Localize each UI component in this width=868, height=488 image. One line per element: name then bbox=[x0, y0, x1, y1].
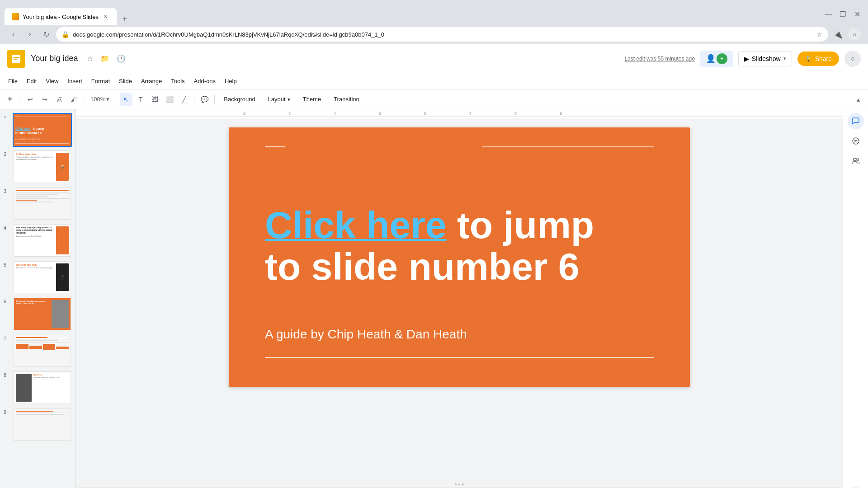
svg-point-14 bbox=[853, 138, 859, 144]
slide-number-2: 2 bbox=[4, 151, 10, 157]
slide-item-3[interactable]: 3 bbox=[4, 187, 72, 221]
collapse-toolbar-button[interactable]: ▴ bbox=[852, 93, 864, 106]
back-button[interactable]: ‹ bbox=[7, 28, 20, 41]
slides-panel: 1 Click here to jump to slide number 6 A… bbox=[0, 109, 76, 488]
slide-main-text: Click here to jump to slide number 6 bbox=[265, 204, 654, 288]
new-tab-button[interactable]: + bbox=[118, 13, 131, 25]
close-button[interactable]: ✕ bbox=[851, 8, 863, 20]
slide-thumbnail-5[interactable]: Just one! Your own. Write a daily note f… bbox=[13, 260, 72, 294]
url-text: docs.google.com/presentation/d/1ROchrv0U… bbox=[73, 31, 813, 38]
line-tool[interactable]: ╱ bbox=[178, 93, 190, 106]
image-tool[interactable]: 🖼 bbox=[149, 93, 161, 106]
toolbar-divider-3 bbox=[116, 95, 116, 104]
collab-panel-button[interactable] bbox=[848, 153, 864, 169]
slide-item-8[interactable]: 8 Chip Heath Professor at Stanford and b… bbox=[4, 371, 72, 404]
slide-number-3: 3 bbox=[4, 188, 10, 194]
slide-canvas[interactable]: Click here to jump to slide number 6 A g… bbox=[229, 127, 690, 387]
slide-thumbnail-1[interactable]: Click here to jump to slide number 6 A g… bbox=[13, 113, 72, 147]
layout-button[interactable]: Layout bbox=[263, 94, 296, 104]
slide-number-5: 5 bbox=[4, 262, 10, 267]
slideshow-dropdown-icon: ▾ bbox=[783, 56, 786, 61]
slide-item-7[interactable]: 7 bbox=[4, 334, 72, 368]
slide-thumbnail-9[interactable] bbox=[13, 408, 72, 441]
slide-subtitle: A guide by Chip Heath & Dan Heath bbox=[265, 327, 654, 342]
redo-button[interactable]: ↪ bbox=[38, 93, 51, 106]
paint-format-button[interactable]: 🖌 bbox=[67, 93, 80, 106]
select-tool[interactable]: ↖ bbox=[120, 93, 132, 106]
svg-text:7: 7 bbox=[469, 111, 472, 116]
menu-format[interactable]: Format bbox=[87, 76, 114, 86]
dot-1 bbox=[455, 483, 457, 485]
menu-slide[interactable]: Slide bbox=[114, 76, 137, 86]
last-edit-text: Last edit was 55 minutes ago bbox=[624, 56, 694, 62]
history-icon[interactable]: 🕐 bbox=[115, 52, 127, 65]
svg-point-16 bbox=[856, 159, 859, 161]
address-bar[interactable]: 🔒 docs.google.com/presentation/d/1ROchrv… bbox=[56, 27, 828, 42]
chat-panel-button[interactable] bbox=[848, 133, 864, 149]
app-header: Your big idea ☆ 📁 🕐 Last edit was 55 min… bbox=[0, 44, 868, 73]
extensions-icon[interactable]: 🔌 bbox=[832, 28, 844, 41]
profile-icon[interactable]: ○ bbox=[848, 28, 861, 41]
add-slide-button[interactable]: + bbox=[4, 93, 16, 106]
chat-icon bbox=[851, 136, 860, 145]
tab-close-button[interactable]: ✕ bbox=[102, 13, 109, 20]
slide-thumbnail-7[interactable] bbox=[13, 334, 72, 368]
undo-button[interactable]: ↩ bbox=[24, 93, 37, 106]
menu-view[interactable]: View bbox=[41, 76, 63, 86]
background-button[interactable]: Background bbox=[218, 94, 260, 104]
slide-thumbnail-3[interactable] bbox=[13, 187, 72, 221]
star-icon[interactable]: ☆ bbox=[85, 52, 95, 65]
user-avatar[interactable]: ○ bbox=[844, 51, 861, 67]
slideshow-button[interactable]: ▶ Slideshow ▾ bbox=[738, 51, 792, 66]
print-button[interactable]: 🖨 bbox=[53, 93, 66, 106]
share-button[interactable]: 🔒 Share bbox=[797, 52, 839, 66]
shape-tool[interactable]: ⬜ bbox=[163, 93, 176, 106]
menu-edit[interactable]: Edit bbox=[22, 76, 41, 86]
slide-item-1[interactable]: 1 Click here to jump to slide number 6 A… bbox=[4, 113, 72, 147]
menu-file[interactable]: File bbox=[4, 76, 22, 86]
comment-button[interactable]: 💬 bbox=[198, 93, 211, 106]
text-tool[interactable]: T bbox=[134, 93, 147, 106]
canvas-area: 2 3 4 5 6 7 8 9 Click here to bbox=[76, 109, 843, 488]
comments-panel-button[interactable] bbox=[848, 113, 864, 129]
collab-button[interactable]: 👤 + bbox=[700, 51, 733, 67]
slide-item-6[interactable]: 6 The Google Translate app supports NINE… bbox=[4, 297, 72, 331]
forward-button[interactable]: › bbox=[24, 28, 36, 41]
zoom-value: 100% bbox=[90, 96, 105, 103]
restore-button[interactable]: ❐ bbox=[836, 8, 849, 20]
menu-insert[interactable]: Insert bbox=[63, 76, 87, 86]
menu-addons[interactable]: Add-ons bbox=[189, 76, 220, 86]
slide-thumbnail-8[interactable]: Chip Heath Professor at Stanford and bes… bbox=[13, 371, 72, 404]
slide-thumbnail-2[interactable]: Selling Your Idea People don't just list… bbox=[13, 150, 72, 183]
slide-click-here-link[interactable]: Click here bbox=[265, 204, 447, 246]
slide-thumbnail-6[interactable]: The Google Translate app supports NINETY… bbox=[13, 297, 72, 331]
slide-line2-text: to slide number 6 bbox=[265, 246, 654, 287]
theme-button[interactable]: Theme bbox=[297, 94, 326, 104]
active-tab[interactable]: Your big idea - Google Slides ✕ bbox=[5, 8, 117, 25]
transition-button[interactable]: Transition bbox=[328, 94, 365, 104]
thumb8-body: Professor at Stanford and bestselling au… bbox=[33, 377, 69, 379]
ruler-svg: 2 3 4 5 6 7 8 9 bbox=[76, 109, 843, 118]
menu-arrange[interactable]: Arrange bbox=[137, 76, 166, 86]
minimize-button[interactable]: — bbox=[822, 8, 835, 20]
thumb4-image bbox=[56, 226, 69, 254]
zoom-selector[interactable]: 100% ▾ bbox=[88, 94, 112, 104]
refresh-button[interactable]: ↻ bbox=[40, 28, 52, 41]
slide-thumbnail-4[interactable]: How many languages do you need to know t… bbox=[13, 223, 72, 257]
drive-icon[interactable]: 📁 bbox=[99, 52, 111, 65]
svg-text:3: 3 bbox=[288, 111, 291, 116]
slide-item-9[interactable]: 9 bbox=[4, 408, 72, 441]
menu-tools[interactable]: Tools bbox=[166, 76, 189, 86]
main-layout: 1 Click here to jump to slide number 6 A… bbox=[0, 109, 868, 488]
thumb6-title: The Google Translate app supports NINETY… bbox=[16, 300, 50, 305]
svg-text:9: 9 bbox=[560, 111, 562, 116]
svg-rect-3 bbox=[14, 59, 17, 60]
slide-item-4[interactable]: 4 How many languages do you need to know… bbox=[4, 223, 72, 257]
menu-bar: File Edit View Insert Format Slide Arran… bbox=[0, 73, 868, 89]
tab-bar: Your big idea - Google Slides ✕ + bbox=[5, 3, 131, 25]
slide-item-2[interactable]: 2 Selling Your Idea People don't just li… bbox=[4, 150, 72, 183]
svg-text:6: 6 bbox=[424, 111, 426, 116]
menu-help[interactable]: Help bbox=[220, 76, 241, 86]
slide-item-5[interactable]: 5 Just one! Your own. Write a daily note… bbox=[4, 260, 72, 294]
share-label: Share bbox=[815, 55, 832, 62]
